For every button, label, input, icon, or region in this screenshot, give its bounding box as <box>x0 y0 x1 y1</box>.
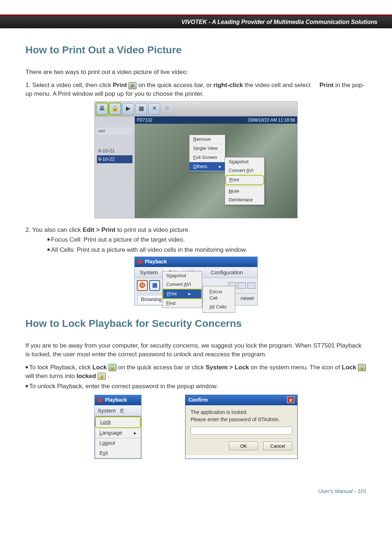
app-icon <box>138 259 143 264</box>
sys-logout[interactable]: Logout <box>95 438 141 448</box>
step2-text-b: to print out a video picture. <box>115 226 190 233</box>
menu-bar: System E <box>95 405 141 416</box>
section2-bullet1: To lock Playback, click Lock 🔓 on the qu… <box>25 363 367 381</box>
dd-snapshot[interactable]: Snapshot <box>163 271 202 280</box>
dd-print[interactable]: Print ▸ <box>163 289 202 299</box>
video-area: wer 8-10-21 8-10-22 FD7132 2008/10/22 AM… <box>95 116 297 218</box>
cancel-button[interactable]: Cancel <box>263 442 292 450</box>
step2-editprint: Edit > Print <box>83 226 115 233</box>
confirm-title-text: Confirm <box>188 397 208 404</box>
b1-locked: locked <box>77 373 96 379</box>
section1-step2: 2. You also can click Edit > Print to pr… <box>25 226 367 234</box>
ctx-full-screen[interactable]: Full Screen <box>189 153 225 162</box>
section1-intro: There are two ways to print out a video … <box>25 68 367 77</box>
section2-p1: If you are to be away from your computer… <box>25 341 367 359</box>
print-button[interactable]: 🖶 <box>96 103 108 115</box>
date-item[interactable]: 8-10-21 <box>97 147 132 155</box>
convert-button[interactable]: ▶ <box>122 103 134 115</box>
tab-browsing[interactable]: Browsing <box>138 295 165 304</box>
ok-button[interactable]: OK <box>229 442 258 450</box>
lock-icon: 🔓 <box>358 364 366 371</box>
bottom-screenshots: Playback System E Lock Language Logout E… <box>25 395 367 459</box>
locked-icon: 🔒 <box>98 373 106 380</box>
ctx-mute[interactable]: Mute <box>225 187 264 196</box>
page-footer: User's Manual - 101 <box>0 481 392 509</box>
b1-text-d: will then turns into <box>25 373 77 379</box>
menu-e[interactable]: E <box>121 407 124 414</box>
password-input[interactable] <box>191 427 292 435</box>
b1-text-a: To lock Playback, click <box>29 364 93 371</box>
ctx-print[interactable]: Print <box>225 175 264 185</box>
confirm-buttons: OK Cancel <box>191 438 292 450</box>
context-submenu: Snapshot Convert AVI Print Mute DeInterl… <box>225 157 265 205</box>
confirm-body: The application is locked. Please enter … <box>185 405 297 455</box>
step1-print-bold2: Print <box>319 82 334 89</box>
grid-button[interactable]: ▦ <box>135 103 147 115</box>
video-cell[interactable]: FD7132 2008/10/22 AM 11:18:56 RRemoveemo… <box>135 116 297 218</box>
dd-find[interactable]: Find <box>163 299 202 308</box>
context-menu: RRemoveemove Single View Full Screen Oth… <box>189 135 225 172</box>
step1-text-b: on the quick access bar, or <box>136 82 213 89</box>
lock-button[interactable]: 🔒 <box>109 103 121 115</box>
close-icon[interactable]: ✕ <box>287 397 294 403</box>
edit-dropdown: Snapshot Convert AVI Print ▸ Find Focus … <box>162 271 202 308</box>
power-icon[interactable]: ⏻ <box>137 280 148 291</box>
page-header: VIVOTEK - A Leading Provider of Multimed… <box>0 15 392 28</box>
b1-systemlock: System > Lock <box>206 364 249 371</box>
ctx-remove[interactable]: RRemoveemove <box>189 135 225 144</box>
menu-system[interactable]: System <box>135 267 163 278</box>
section2-bullet2: To unlock Playback, enter the correct pa… <box>25 382 367 391</box>
menu-system[interactable]: System <box>98 407 116 414</box>
print-icon: 🖶 <box>128 82 136 89</box>
step1-rightclick: right-click <box>213 82 243 89</box>
step1-text-c: the video cell and select <box>243 82 312 89</box>
snapshot-button[interactable]: ✕ <box>148 103 160 115</box>
bullet-all-cells: All Cells: Print out a picture with all … <box>47 246 367 254</box>
sys-exit[interactable]: Exit <box>95 448 141 459</box>
dd-convert-avi[interactable]: Convert AVI <box>163 280 202 289</box>
quick-access-toolbar: 🖶 🔒 ▶ ▦ ✕ ⎘ <box>95 102 297 116</box>
print-submenu: Focus Cell All Cells <box>203 286 235 313</box>
window-title-text: Playback <box>145 258 167 266</box>
system-dropdown: Lock Language Logout Exit <box>95 416 141 459</box>
ctx-convert-avi[interactable]: Convert AVI <box>225 166 264 175</box>
window-title-text: Playback <box>105 397 127 404</box>
ctx-deinterlace[interactable]: DeInterlace <box>225 196 264 204</box>
sub-all-cells[interactable]: All Cells <box>207 303 231 311</box>
section2-title: How to Lock Playback for Security Concer… <box>25 316 367 331</box>
bullet-focus-cell: Focus Cell: Print out a picture of the t… <box>47 235 367 244</box>
page-content: How to Print Out a Video Picture There a… <box>0 28 392 481</box>
b1-text-e: . <box>106 373 109 379</box>
b1-text-b: on the quick access bar or click <box>117 364 206 371</box>
mini-icon-2[interactable] <box>238 282 246 289</box>
disabled-button: ⎘ <box>162 103 173 115</box>
b1-lock: Lock <box>92 364 107 371</box>
sys-language[interactable]: Language <box>95 428 141 438</box>
sys-lock[interactable]: Lock <box>95 416 141 428</box>
ctx-snapshot[interactable]: Snapshot <box>225 157 264 166</box>
confirm-line2: Please enter the password of STAdmin. <box>191 416 292 423</box>
window-title: Playback <box>95 395 141 405</box>
menu-configuration[interactable]: Configuration <box>205 267 248 278</box>
screenshot-context-menu: 🖶 🔒 ▶ ▦ ✕ ⎘ wer 8-10-21 8-10-22 FD7132 2… <box>94 101 298 218</box>
b1-lock2: Lock <box>342 364 356 371</box>
screenshot-edit-menu: Playback System Edit View Configuration … <box>134 257 258 305</box>
lock-icon: 🔓 <box>109 364 117 371</box>
mini-icon-3[interactable] <box>247 282 255 289</box>
footer-page: 101 <box>358 488 367 494</box>
timestamp: 2008/10/22 AM 11:18:56 <box>248 117 295 123</box>
step1-print-bold: Print <box>113 82 127 89</box>
screen-icon[interactable]: ▣ <box>149 280 160 291</box>
step2-text-a: 2. You also can click <box>25 226 83 233</box>
screenshot-system-menu: Playback System E Lock Language Logout E… <box>94 395 142 459</box>
footer-label: User's Manual - <box>318 488 358 494</box>
date-item-selected[interactable]: 8-10-22 <box>97 155 132 163</box>
newer-label: newer <box>241 295 254 304</box>
b1-text-c: on the system menu. The icon of <box>249 364 342 371</box>
ctx-single-view[interactable]: Single View <box>189 144 225 153</box>
date-panel: wer 8-10-21 8-10-22 <box>95 116 135 218</box>
camera-name: FD7132 <box>137 117 152 123</box>
window-title: Playback <box>135 257 257 267</box>
ctx-others[interactable]: Others▸ <box>189 162 225 171</box>
sub-focus-cell[interactable]: Focus Cell <box>207 287 231 303</box>
